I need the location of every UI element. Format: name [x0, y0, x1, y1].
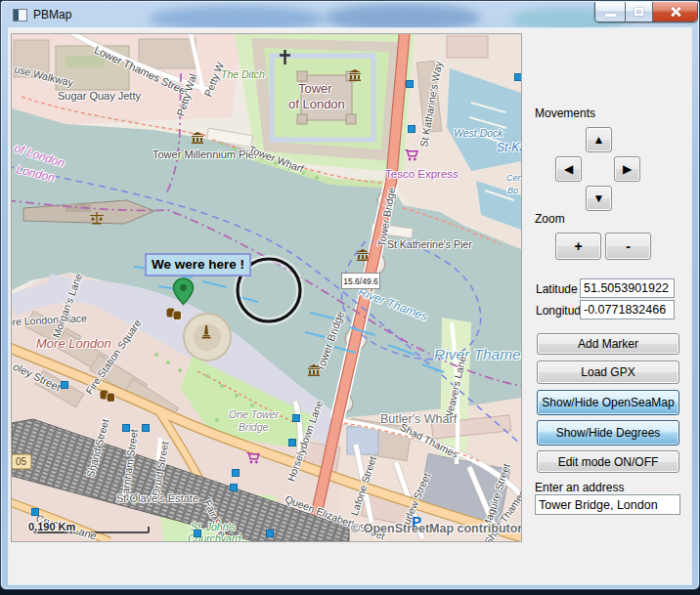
map-label: River Thames [434, 347, 522, 362]
minimize-button[interactable] [595, 2, 626, 21]
up-arrow-icon: ▲ [593, 133, 605, 147]
right-arrow-icon: ▶ [623, 162, 632, 176]
map-label: The Ditch [221, 69, 265, 80]
movements-label: Movements [535, 106, 595, 120]
down-arrow-icon: ▼ [593, 191, 605, 205]
edit-mode-button[interactable]: Edit mode ON/OFF [537, 450, 679, 473]
seamark-square-icon [61, 381, 68, 389]
map-label: St Olave's Estate [116, 493, 198, 504]
road-ref-shield: 05 [16, 456, 27, 467]
zoom-in-button[interactable]: + [555, 233, 601, 260]
map-label: Sugar Quay Jetty [58, 91, 141, 102]
move-down-button[interactable]: ▼ [586, 186, 612, 211]
map-label: Bridge [239, 422, 268, 433]
seamark-square-icon [142, 424, 150, 432]
seamark-square-icon [122, 424, 130, 432]
window-title: PBMap [33, 8, 71, 21]
seamark-square-icon [288, 439, 296, 446]
client-area: 05 use WalkwayLower Thames StreetPetty W… [9, 28, 691, 584]
map-label: Tesco Express [385, 169, 459, 181]
longitude-input[interactable] [580, 300, 675, 319]
latitude-input[interactable] [580, 278, 675, 298]
map-label: Tower [298, 82, 332, 95]
map-label: Bo [507, 187, 518, 195]
glass-blur-decoration [149, 6, 325, 28]
toggle-openseamap-button[interactable]: Show/Hide OpenSeaMap [537, 390, 679, 415]
map-canvas[interactable]: 05 use WalkwayLower Thames StreetPetty W… [11, 33, 522, 542]
move-up-button[interactable]: ▲ [586, 127, 612, 152]
seamark-square-icon [230, 484, 238, 491]
map-label: St Katherine's Pier [387, 239, 472, 250]
map-label: West Dock [454, 128, 503, 139]
map-label: © OpenStreetMap contributors [351, 523, 522, 535]
map-label: One Tower [229, 409, 279, 420]
map-label: 0,190 Km [28, 522, 75, 532]
zoom-out-button[interactable]: - [605, 233, 651, 260]
minimize-icon [605, 14, 616, 17]
app-icon [13, 9, 27, 21]
toggle-degrees-button[interactable]: Show/Hide Degrees [537, 420, 679, 446]
caption-buttons [594, 2, 698, 22]
seamark-square-icon [406, 80, 414, 88]
seamark-square-icon [292, 414, 300, 422]
map-marker-label[interactable]: We were here ! [145, 253, 251, 276]
zoom-label: Zoom [535, 212, 565, 226]
move-left-button[interactable]: ◀ [555, 156, 582, 182]
app-window: PBMap [0, 0, 700, 590]
address-input[interactable] [535, 494, 680, 515]
seamark-square-icon [266, 530, 274, 537]
address-label: Enter an address [535, 481, 624, 494]
map-label: More London [36, 337, 111, 350]
map-label: Butler's Wharf [380, 413, 457, 426]
map-label: Tower Millennium Pier [153, 149, 258, 160]
titlebar[interactable]: PBMap [2, 2, 698, 28]
map-label: St-Ka [497, 142, 522, 153]
load-gpx-button[interactable]: Load GPX [537, 361, 679, 384]
close-button[interactable] [653, 2, 697, 21]
latitude-label: Latitude [536, 282, 578, 296]
add-marker-button[interactable]: Add Marker [537, 333, 679, 355]
bridge-clearance-sign: 15.6/49.6 [341, 273, 380, 289]
map-label: Cen [506, 174, 522, 183]
seamark-square-icon [514, 73, 522, 81]
seamark-square-icon [232, 469, 240, 477]
move-right-button[interactable]: ▶ [614, 156, 640, 182]
left-arrow-icon: ◀ [564, 162, 573, 176]
svg-text:P: P [412, 513, 421, 529]
seamark-square-icon [194, 530, 201, 537]
glass-blur-decoration [325, 4, 481, 28]
seamark-square-icon [31, 508, 39, 516]
maximize-button[interactable] [626, 2, 653, 21]
maximize-icon [634, 8, 643, 16]
screen: PBMap [0, 0, 700, 595]
map-label: of London [288, 98, 345, 110]
seamark-square-icon [408, 125, 416, 133]
close-icon [670, 6, 681, 18]
